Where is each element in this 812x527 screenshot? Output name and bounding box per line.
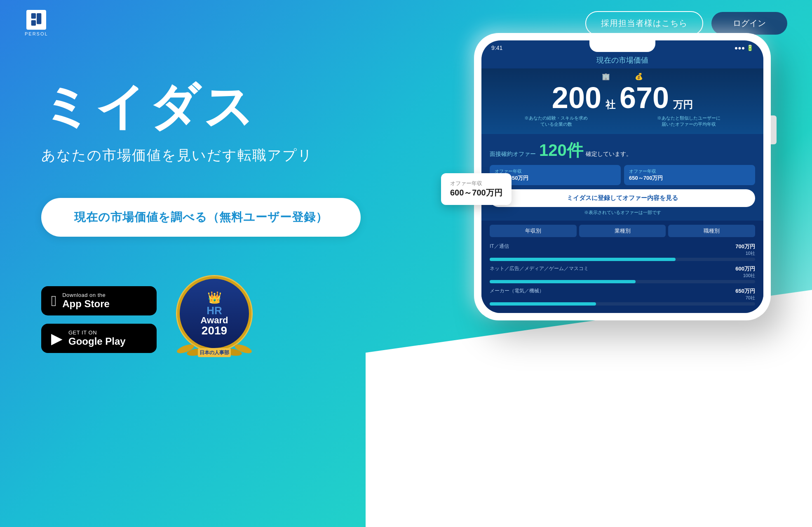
mini-card1-label: オファー年収 xyxy=(495,168,616,174)
recruiter-button[interactable]: 採用担当者様はこちら xyxy=(585,11,703,35)
interview-section: 面接確約オファー 120件 確定しています。 オファー年収 600～650万円 … xyxy=(481,134,763,221)
header-nav: 採用担当者様はこちら ログイン xyxy=(585,11,787,35)
salary-icon: 💰 xyxy=(635,73,643,80)
chart-row-1: IT／通信 700万円 10社 xyxy=(490,243,755,261)
phone-screen: 9:41 ●●● 🔋 現在の市場価値 🏢 💰 200 社 xyxy=(481,40,763,313)
row1-bar-bg xyxy=(490,258,755,261)
mini-card2-value: 650～700万円 xyxy=(629,174,750,182)
svg-text:日本の人事部: 日本の人事部 xyxy=(199,350,229,355)
apple-badge-text: Download on the App Store xyxy=(62,292,110,310)
chart-row-3: メーカー（電気／機械） 650万円 70社 xyxy=(490,287,755,306)
offer-card-label: オファー年収 xyxy=(450,180,502,187)
row3-bar-bg xyxy=(490,302,755,306)
row2-bar-fill xyxy=(490,280,636,283)
offer-mini-card-2: オファー年収 650～700万円 xyxy=(624,165,755,185)
row2-val-bottom: 100社 xyxy=(735,273,755,279)
screen-content: 現在の市場価値 🏢 💰 200 社 670 万円 xyxy=(481,51,763,313)
logo: PERSOL xyxy=(25,10,48,36)
google-badge-text: GET IT ON Google Play xyxy=(68,329,126,347)
google-badge-small: GET IT ON xyxy=(68,329,126,336)
phone-mockup: オファー年収 600～700万円 9:41 ●●● 🔋 現在の市場価値 xyxy=(474,33,771,320)
chart-tab-3[interactable]: 職種別 xyxy=(668,225,755,237)
phone-outer: 9:41 ●●● 🔋 現在の市場価値 🏢 💰 200 社 xyxy=(474,33,771,320)
companies-icon: 🏢 xyxy=(602,73,610,80)
hero-section: PERSOL 採用担当者様はこちら ログイン ミイダス あなたの市場価値を見いだ… xyxy=(0,0,812,527)
salary-value: 670 xyxy=(620,83,669,113)
row2-bar-bg xyxy=(490,280,755,283)
interview-title: 面接確約オファー xyxy=(490,151,536,158)
google-play-icon: ▶ xyxy=(51,330,63,347)
row3-val-top: 650万円 xyxy=(735,287,755,295)
row2-label: ネット／広告／メディア／ゲーム／マスコミ xyxy=(490,265,589,279)
award-crown-icon: 👑 xyxy=(207,291,222,304)
apple-badge-large: App Store xyxy=(62,298,110,310)
offer-card-floating: オファー年収 600～700万円 xyxy=(441,173,512,205)
hr-award-badge: 日本の人事部 👑 HR Award 2019 xyxy=(177,276,251,351)
row3-values: 650万円 70社 xyxy=(735,287,755,301)
svg-rect-1 xyxy=(31,20,36,26)
apple-icon:  xyxy=(51,292,56,310)
row1-values: 700万円 10社 xyxy=(735,243,755,256)
register-button[interactable]: ミイダスに登録してオファー内容を見る xyxy=(490,189,755,207)
market-value-section: 🏢 💰 200 社 670 万円 ※あなたの経験・スキルを求めている企業の数 ※… xyxy=(481,68,763,134)
salary-annotation: ※あなたと類似したユーザーに届いたオファーの平均年収 xyxy=(656,115,722,127)
mv-annotations: ※あなたの経験・スキルを求めている企業の数 ※あなたと類似したユーザーに届いたオ… xyxy=(490,115,755,127)
chart-tab-2[interactable]: 業種別 xyxy=(579,225,666,237)
award-award: Award xyxy=(201,316,228,325)
row1-bar-fill xyxy=(490,258,676,261)
svg-rect-2 xyxy=(37,13,41,24)
row3-val-bottom: 70社 xyxy=(735,295,755,301)
chart-tab-1[interactable]: 年収別 xyxy=(490,225,577,237)
interview-count: 120件 xyxy=(539,139,583,162)
screen-title: 現在の市場価値 xyxy=(481,55,763,68)
phone-notch xyxy=(589,40,655,52)
phone-signal: ●●● 🔋 xyxy=(735,45,753,51)
svg-rect-0 xyxy=(31,13,36,19)
row2-val-top: 600万円 xyxy=(735,265,755,273)
row3-bar-fill xyxy=(490,302,596,306)
row1-val-bottom: 10社 xyxy=(735,250,755,256)
row3-label: メーカー（電気／機械） xyxy=(490,287,544,301)
salary-unit: 万円 xyxy=(673,98,693,111)
chart-rows: IT／通信 700万円 10社 xyxy=(481,240,763,313)
award-hr: HR xyxy=(207,305,222,316)
companies-value: 200 xyxy=(552,83,601,113)
row2-values: 600万円 100社 xyxy=(735,265,755,279)
login-button[interactable]: ログイン xyxy=(711,12,787,35)
mv-labels: 🏢 💰 xyxy=(490,73,755,80)
companies-unit: 社 xyxy=(605,98,615,111)
cta-button[interactable]: 現在の市場価値を調べる（無料ユーザー登録） xyxy=(41,198,361,237)
row1-val-top: 700万円 xyxy=(735,243,755,250)
chart-row-2: ネット／広告／メディア／ゲーム／マスコミ 600万円 100社 xyxy=(490,265,755,283)
mini-card2-label: オファー年収 xyxy=(629,168,750,174)
mini-card1-value: 600～650万円 xyxy=(495,174,616,182)
row1-label: IT／通信 xyxy=(490,243,509,256)
badge-area:  Download on the App Store ▶ GET IT ON … xyxy=(41,286,157,353)
google-play-badge[interactable]: ▶ GET IT ON Google Play xyxy=(41,324,157,353)
offer-card-value: 600～700万円 xyxy=(450,187,502,198)
logo-text: PERSOL xyxy=(25,31,48,36)
logo-icon xyxy=(26,10,46,30)
award-year: 2019 xyxy=(202,325,227,336)
mv-numbers: 200 社 670 万円 xyxy=(490,83,755,113)
phone-time: 9:41 xyxy=(491,45,502,51)
phone-side-button xyxy=(771,115,777,144)
notice-text: ※表示されているオファーは一部です xyxy=(490,209,755,216)
interview-sub: 確定しています。 xyxy=(586,151,632,158)
apple-badge-small: Download on the xyxy=(62,292,110,298)
chart-tabs: 年収別 業種別 職種別 xyxy=(481,221,763,240)
google-badge-large: Google Play xyxy=(68,336,126,347)
company-annotation: ※あなたの経験・スキルを求めている企業の数 xyxy=(523,115,589,127)
offer-cards-row: オファー年収 600～650万円 オファー年収 650～700万円 xyxy=(490,165,755,185)
app-store-badge[interactable]:  Download on the App Store xyxy=(41,286,157,315)
award-circle: 👑 HR Award 2019 xyxy=(177,276,251,351)
